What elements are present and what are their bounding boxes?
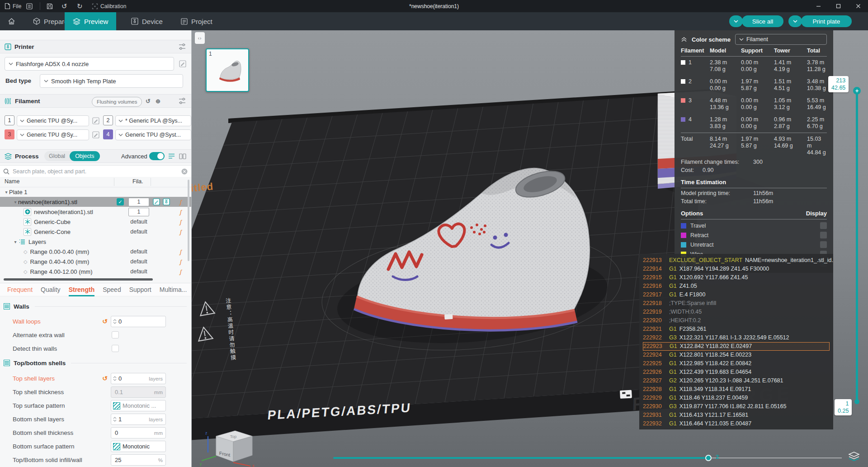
- gcode-line[interactable]: 222921G1F2358.261: [643, 325, 830, 334]
- tab-preview[interactable]: Preview: [65, 12, 116, 30]
- tree-row[interactable]: ▾newshoe(iteration1).stl✓1ʃ: [0, 197, 191, 207]
- param-list-icon[interactable]: [168, 153, 175, 159]
- tree-row[interactable]: ◇Range 0.00-0.40 (mm)defaultʃ: [0, 247, 191, 257]
- calibration-button[interactable]: Calibration: [92, 0, 126, 12]
- display-checkbox[interactable]: [820, 232, 827, 238]
- tree-row[interactable]: newshoe(iteration1).stl1ʃ: [0, 207, 191, 217]
- filament-add-icon[interactable]: ⊕: [156, 98, 160, 105]
- print-plate-button[interactable]: Print plate: [801, 15, 852, 27]
- move-slider-fill[interactable]: [333, 457, 708, 459]
- printer-select[interactable]: Flashforge AD5X 0.4 nozzle: [5, 57, 174, 71]
- scope-objects[interactable]: Objects: [70, 151, 99, 161]
- tree-row[interactable]: ◇Range 4.00-12.00 (mm)defaultʃ: [0, 267, 191, 276]
- expander-icon[interactable]: ▾: [4, 190, 9, 195]
- setting-dropdown[interactable]: Monotonic ...: [111, 400, 166, 411]
- tab-project[interactable]: Project: [173, 12, 221, 30]
- gcode-line[interactable]: 222925G1X122.985 Y118.422 E.00842: [643, 359, 830, 368]
- gcode-line[interactable]: 222930G3X119.877 Y117.706 I1.862 J2.811 …: [643, 402, 830, 411]
- tree-scrollbar[interactable]: [188, 180, 189, 261]
- setting-input[interactable]: 25%: [111, 454, 166, 466]
- notes-button[interactable]: [26, 0, 33, 12]
- close-button[interactable]: [848, 0, 868, 12]
- gcode-line[interactable]: 222915G1X120.692 Y117.666 Z41.45: [643, 273, 830, 282]
- filament-select[interactable]: Generic TPU @Syst...: [115, 129, 191, 140]
- gcode-line[interactable]: 222917G1E.4 F1800: [643, 291, 830, 299]
- gcode-line[interactable]: 222919;WIDTH:0.45: [643, 308, 830, 316]
- gcode-line[interactable]: 222931G1X116.413 Y121.17 E.16581: [643, 411, 830, 419]
- undo-button[interactable]: ↺: [61, 0, 67, 12]
- move-slider-track[interactable]: [708, 457, 842, 458]
- gcode-line[interactable]: 222913EXCLUDE_OBJECT_STARTNAME=newshoe_i…: [643, 256, 830, 265]
- move-slider-handle[interactable]: [705, 455, 712, 461]
- layer-slider-handle[interactable]: +: [853, 87, 861, 95]
- expander-icon[interactable]: ▾: [13, 200, 18, 205]
- slice-all-button[interactable]: Slice all: [742, 15, 783, 27]
- collapse-panel-icon[interactable]: [681, 37, 687, 42]
- tree-row[interactable]: ▾Layers: [0, 237, 191, 247]
- reset-icon[interactable]: ↺: [102, 318, 108, 324]
- filament-slot-number[interactable]: 1: [5, 115, 14, 125]
- printer-settings-icon[interactable]: [179, 43, 186, 50]
- tree-horizontal-scrollbar[interactable]: [4, 278, 153, 281]
- spinner-arrows[interactable]: [111, 417, 118, 422]
- display-checkbox[interactable]: [820, 241, 827, 248]
- compare-icon[interactable]: [179, 153, 186, 160]
- tree-row-filament[interactable]: 1: [128, 208, 150, 216]
- layer-slider-track[interactable]: [856, 91, 858, 402]
- param-tab-frequent[interactable]: Frequent: [7, 283, 33, 296]
- printer-edit-icon[interactable]: [179, 60, 186, 67]
- gcode-line[interactable]: 222923G1X122.842 Y118.202 E.02497: [643, 342, 830, 351]
- gcode-line[interactable]: 222914G1X187.964 Y194.289 Z41.45 F30000: [643, 265, 830, 273]
- param-tab-quality[interactable]: Quality: [41, 283, 61, 296]
- setting-input[interactable]: 1layers: [111, 414, 166, 425]
- filament-sync-icon[interactable]: ↺: [146, 98, 151, 105]
- tab-device[interactable]: Device: [123, 12, 171, 30]
- gcode-line[interactable]: 222924G1X122.801 Y118.254 E.00223: [643, 351, 830, 359]
- home-button[interactable]: [3, 12, 20, 30]
- gcode-line[interactable]: 222929G1X118.46 Y118.237 E.00459: [643, 394, 830, 402]
- bed-type-select[interactable]: Smooth High Temp Plate: [40, 74, 183, 88]
- row-edit-icon[interactable]: [153, 198, 160, 207]
- expander-icon[interactable]: ▾: [13, 239, 18, 244]
- tree-row-filament[interactable]: 1: [128, 198, 150, 206]
- setting-checkbox[interactable]: [112, 331, 119, 338]
- flushing-volumes-button[interactable]: Flushing volumes: [92, 97, 142, 107]
- tree-row[interactable]: ◇Range 0.40-4.00 (mm)defaultʃ: [0, 257, 191, 267]
- plate-thumbnail[interactable]: 1: [206, 48, 249, 92]
- setting-input[interactable]: 0layers: [111, 373, 166, 384]
- slice-options-button[interactable]: [729, 15, 743, 27]
- process-scope-toggle[interactable]: Global Objects: [44, 151, 100, 161]
- scope-global[interactable]: Global: [44, 153, 70, 159]
- filament-select[interactable]: * Generic PLA @Sys...: [115, 115, 191, 126]
- filament-settings-icon[interactable]: [179, 98, 186, 104]
- tree-row[interactable]: Generic-Conedefaultʃ: [0, 227, 191, 237]
- reset-icon[interactable]: ↺: [102, 375, 108, 381]
- setting-dropdown[interactable]: Monotonic: [111, 441, 166, 452]
- filament-slot-number[interactable]: 4: [103, 129, 113, 139]
- gcode-line[interactable]: 222916G1Z41.05: [643, 282, 830, 291]
- param-tab-strength[interactable]: Strength: [69, 283, 95, 296]
- setting-input[interactable]: 0.1mm: [111, 386, 166, 398]
- save-button[interactable]: [47, 0, 53, 12]
- gcode-line[interactable]: 222918;TYPE:Sparse infill: [643, 299, 830, 308]
- minimize-button[interactable]: [808, 0, 828, 12]
- gcode-line[interactable]: 222928G1X118.349 Y118.314 E.09171: [643, 385, 830, 394]
- filament-slot-number[interactable]: 2: [103, 115, 113, 125]
- spinner-arrows[interactable]: [111, 319, 118, 324]
- file-menu[interactable]: File: [5, 0, 21, 12]
- param-tab-multima[interactable]: Multima...: [160, 283, 187, 296]
- gcode-line[interactable]: 222927G2X120.265 Y120.23 I-.088 J4.251 E…: [643, 376, 830, 385]
- gcode-line[interactable]: 222932G1X116.464 Y121.035 E.00487: [643, 419, 830, 428]
- filament-edit-icon[interactable]: [92, 131, 99, 140]
- tree-row[interactable]: Generic-Cubedefaultʃ: [0, 217, 191, 227]
- redo-button[interactable]: ↻: [77, 0, 83, 12]
- spinner-arrows[interactable]: [111, 376, 118, 381]
- filament-select[interactable]: Generic TPU @Sy...: [17, 129, 89, 140]
- display-checkbox[interactable]: [820, 222, 827, 229]
- filament-slot-number[interactable]: 3: [5, 129, 14, 139]
- color-scheme-select[interactable]: Filament: [735, 34, 827, 45]
- print-options-button[interactable]: [788, 15, 802, 27]
- row-printer-icon[interactable]: [163, 198, 170, 207]
- search-input[interactable]: [12, 167, 176, 176]
- tree-row-checkbox[interactable]: ✓: [117, 198, 124, 205]
